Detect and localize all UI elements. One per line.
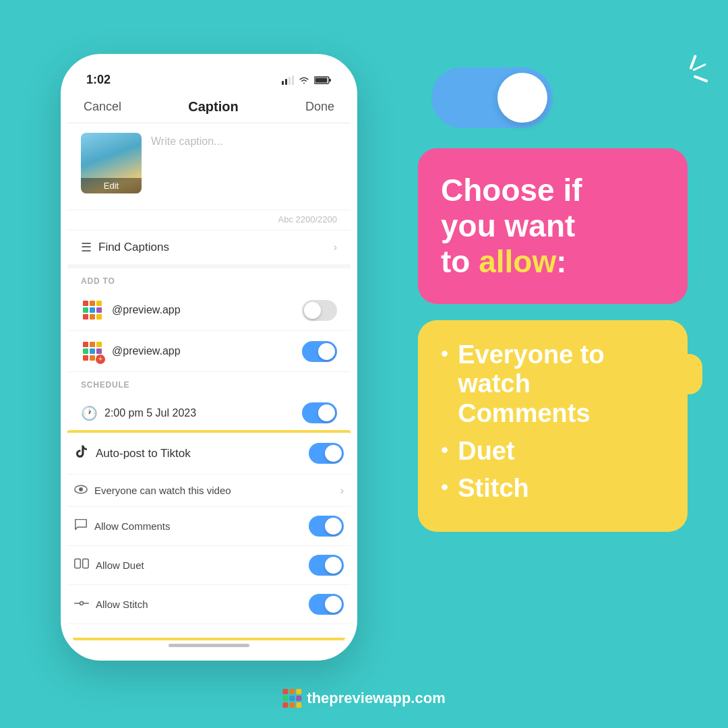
duet-svg-icon: [74, 557, 89, 570]
everyone-left: Everyone can watch this video: [74, 483, 231, 497]
pink-card-text: Choose if you want to allow:: [441, 173, 665, 280]
pink-line3-prefix: to: [441, 244, 479, 279]
wifi-icon: [298, 75, 310, 85]
edit-label[interactable]: Edit: [81, 178, 142, 193]
everyone-watch-text: Everyone can watch this video: [94, 485, 231, 496]
toggle-thumb-7: [325, 596, 342, 613]
schedule-datetime: 2:00 pm 5 Jul 2023: [104, 407, 196, 419]
toggle-thumb-2: [318, 343, 335, 360]
brand-cell-9: [296, 702, 301, 708]
right-panel: Choose if you want to allow: • Everyone …: [418, 67, 688, 532]
brand-cell-1: [282, 689, 288, 694]
auto-post-left: Auto-post to Tiktok: [74, 444, 191, 463]
svg-rect-10: [83, 559, 88, 568]
schedule-left: 🕐 2:00 pm 5 Jul 2023: [81, 405, 196, 421]
account-2-icon-wrapper: [81, 340, 104, 363]
bullet-item-3: • Stitch: [441, 474, 665, 504]
sparkle-svg: [663, 49, 715, 100]
brand-url: thepreviewapp.com: [307, 690, 445, 707]
nav-title: Caption: [188, 99, 238, 115]
account-2-toggle[interactable]: [302, 341, 337, 362]
account-2-icon: [81, 340, 104, 363]
big-toggle: [431, 67, 553, 128]
toggle-thumb-4: [325, 445, 342, 462]
comment-svg-icon: [74, 518, 88, 530]
allow-duet-text: Allow Duet: [96, 559, 144, 571]
bullet-dot-2: •: [441, 438, 448, 462]
account-1-toggle[interactable]: [302, 300, 337, 321]
brand-cell-8: [289, 702, 295, 708]
clock-icon: 🕐: [81, 405, 98, 421]
allow-duet-toggle[interactable]: [309, 555, 344, 576]
allow-stitch-toggle[interactable]: [309, 594, 344, 615]
stitch-icon: [74, 597, 89, 611]
bullet-dot-1: •: [441, 342, 448, 365]
svg-point-13: [80, 601, 83, 605]
tiktok-logo-icon: [74, 444, 89, 459]
svg-line-15: [695, 77, 708, 82]
battery-icon: [314, 75, 332, 85]
allow-comments-row: Allow Comments: [61, 507, 357, 546]
auto-post-toggle[interactable]: [309, 443, 344, 464]
duet-icon: [74, 557, 89, 573]
allow-comments-left: Allow Comments: [74, 518, 171, 534]
phone-mockup: 1:02: [61, 54, 357, 661]
toggle-thumb-6: [325, 557, 342, 574]
list-icon: ☰: [81, 240, 92, 255]
tiktok-section: Auto-post to Tiktok Everyone can watch t…: [61, 430, 357, 640]
toggle-thumb: [304, 302, 321, 319]
brand-cell-6: [296, 696, 301, 701]
everyone-watch-row[interactable]: Everyone can watch this video ›: [61, 475, 357, 507]
find-captions-row[interactable]: ☰ Find Captions ›: [67, 230, 351, 268]
caption-placeholder[interactable]: Write caption...: [151, 135, 337, 148]
allow-stitch-left: Allow Stitch: [74, 597, 148, 611]
big-toggle-thumb: [497, 73, 547, 123]
find-captions-left: ☰ Find Captions: [81, 240, 169, 255]
svg-rect-1: [285, 79, 287, 85]
svg-line-16: [694, 61, 705, 73]
bullet-text-3: Stitch: [458, 474, 529, 504]
home-indicator: [169, 644, 249, 647]
account-1-name: @preview.app: [112, 304, 181, 316]
schedule-row: 🕐 2:00 pm 5 Jul 2023: [67, 394, 351, 432]
schedule-toggle[interactable]: [302, 402, 337, 423]
media-thumbnail[interactable]: Edit: [81, 133, 142, 193]
pink-info-card: Choose if you want to allow:: [418, 148, 688, 304]
toggle-thumb-3: [318, 404, 335, 421]
add-to-section-label: ADD TO: [67, 268, 351, 290]
allow-comments-toggle[interactable]: [309, 516, 344, 537]
account-2-name: @preview.app: [112, 345, 181, 357]
account-row-2: @preview.app: [67, 331, 351, 372]
pink-line1: Choose if: [441, 173, 582, 208]
yellow-bullets-card: • Everyone towatchComments • Duet • Stit…: [418, 320, 688, 532]
phone-body: 1:02: [61, 54, 357, 661]
branding-footer: thepreviewapp.com: [282, 689, 445, 708]
caption-input-wrapper: Write caption...: [151, 133, 337, 195]
everyone-chevron-icon: ›: [340, 485, 344, 497]
done-button[interactable]: Done: [305, 100, 334, 114]
bullet-text-2: Duet: [458, 437, 514, 466]
account-row-2-left: @preview.app: [81, 340, 181, 363]
brand-cell-4: [282, 696, 288, 701]
schedule-section-label: SCHEDULE: [67, 372, 351, 394]
allow-duet-row: Allow Duet: [61, 546, 357, 585]
allow-comments-text: Allow Comments: [94, 520, 171, 532]
phone-status-icons: [282, 75, 332, 85]
brand-cell-7: [282, 702, 288, 708]
allow-stitch-text: Allow Stitch: [96, 599, 148, 610]
cancel-button[interactable]: Cancel: [84, 100, 121, 114]
chevron-right-icon: ›: [334, 241, 337, 253]
phone-status-bar: 1:02: [67, 61, 351, 92]
auto-post-label: Auto-post to Tiktok: [96, 447, 191, 460]
pink-allow-word: allow: [479, 244, 556, 279]
brand-cell-3: [296, 689, 301, 694]
allow-duet-left: Allow Duet: [74, 557, 144, 573]
stitch-svg-icon: [74, 599, 89, 608]
account-1-icon: [81, 299, 104, 322]
tiktok-icon: [74, 444, 89, 463]
eye-svg-icon: [74, 485, 88, 494]
signal-icon: [282, 75, 294, 85]
pink-line2: you want: [441, 208, 575, 243]
account-row-1-left: @preview.app: [81, 299, 181, 322]
svg-rect-6: [315, 78, 328, 82]
